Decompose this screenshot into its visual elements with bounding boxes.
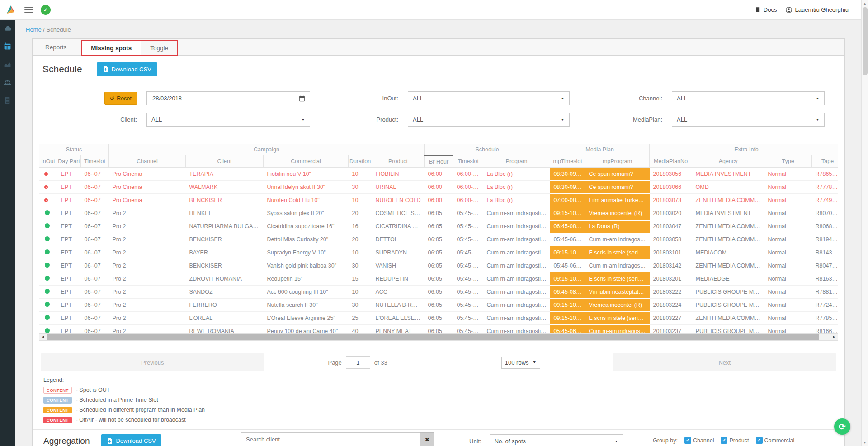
- vertical-scrollbar[interactable]: ▲ ▼: [861, 0, 868, 446]
- horizontal-scrollbar[interactable]: ◄ ►: [39, 333, 838, 341]
- date-input[interactable]: [151, 94, 299, 102]
- table-row[interactable]: EPT06--07Pro 2HENKELSyoss salon plex II …: [39, 207, 839, 220]
- column-header[interactable]: Duration: [349, 155, 372, 168]
- column-header[interactable]: Channel: [109, 155, 186, 168]
- cell-product: REDUPETIN: [372, 272, 425, 286]
- legend-item: CONTENT- OffAir - will not be scheduled …: [43, 415, 838, 425]
- cell-timeslot: 06--07: [81, 168, 109, 181]
- unit-select[interactable]: No. of spots ▼: [490, 434, 623, 446]
- docs-link[interactable]: Docs: [755, 6, 777, 13]
- table-row[interactable]: EPT06--07Pro 2BENCKISERDettol Miss Curio…: [39, 233, 839, 246]
- table-row[interactable]: EPT06--07Pro CinemaBENCKISERNurofen Cold…: [39, 194, 839, 207]
- rows-per-page-select[interactable]: 100 rows ▼: [501, 357, 540, 369]
- groupby-product[interactable]: ✓Product: [721, 437, 749, 444]
- scroll-down-icon[interactable]: ▼: [862, 439, 868, 446]
- reset-button[interactable]: ↺Reset: [104, 92, 137, 105]
- checkbox-checked-icon[interactable]: ✓: [721, 437, 727, 444]
- schedule-table: StatusCampaignScheduleMedia PlanExtra In…: [39, 144, 838, 333]
- scroll-up-icon[interactable]: ▲: [862, 0, 868, 7]
- column-header[interactable]: InOut: [39, 155, 57, 168]
- cell-type: Normal: [764, 207, 812, 220]
- table-row[interactable]: EPT06--07Pro CinemaTERAPIAFiobilin nou V…: [39, 168, 839, 181]
- column-header[interactable]: Tape: [812, 155, 838, 168]
- column-header[interactable]: Agency: [692, 155, 764, 168]
- client-select[interactable]: ALL▼: [146, 113, 310, 127]
- sidebar-item-reports[interactable]: [0, 92, 15, 110]
- groupby-channel[interactable]: ✓Channel: [684, 437, 714, 444]
- date-field[interactable]: [146, 91, 310, 105]
- user-menu[interactable]: Lauerntiu Gheorghiu: [786, 6, 849, 13]
- status-check-icon[interactable]: ✓: [41, 5, 51, 15]
- search-client-input[interactable]: [241, 432, 420, 446]
- next-page-button[interactable]: Next: [613, 353, 836, 371]
- column-header[interactable]: Timeslot: [81, 155, 109, 168]
- sidebar-item-schedule[interactable]: [0, 38, 15, 56]
- table-row[interactable]: EPT06--07Pro 2REWE ROMANIAPenny 100 de a…: [39, 325, 839, 334]
- cell-day_part: EPT: [57, 286, 81, 299]
- previous-page-button[interactable]: Previous: [41, 353, 264, 371]
- inout-select[interactable]: ALL▼: [408, 91, 570, 105]
- checkbox-checked-icon[interactable]: ✓: [756, 437, 763, 444]
- sidebar-item-dashboard[interactable]: [0, 20, 15, 38]
- menu-toggle-icon[interactable]: [24, 7, 33, 13]
- cell-mp_program: E scris in stele (serial) R: [585, 272, 650, 286]
- refresh-fab-button[interactable]: ⟳: [834, 418, 850, 435]
- table-row[interactable]: EPT06--07Pro 2BENCKISERVanish gold pink …: [39, 259, 839, 272]
- cell-duration: 40: [349, 325, 372, 334]
- groupby-commercial[interactable]: ✓Commercial: [756, 437, 795, 444]
- column-header[interactable]: mpProgram: [585, 155, 650, 168]
- column-header[interactable]: mpTimeslot: [550, 155, 585, 168]
- cell-mp_program: Vin iubiri neasteptate (R): [585, 286, 650, 299]
- checkbox-checked-icon[interactable]: ✓: [684, 437, 691, 444]
- chevron-down-icon: ▼: [301, 118, 305, 122]
- table-body: EPT06--07Pro CinemaTERAPIAFiobilin nou V…: [39, 168, 839, 334]
- vertical-scrollbar-thumb[interactable]: [863, 7, 868, 75]
- group-by-options: ✓Channel✓Product✓Commercial: [684, 437, 794, 444]
- clear-search-icon[interactable]: ✖: [420, 432, 434, 446]
- scroll-left-icon[interactable]: ◄: [39, 334, 47, 340]
- column-header[interactable]: Program: [483, 155, 550, 168]
- column-header[interactable]: Product: [372, 155, 425, 168]
- table-row[interactable]: EPT06--07Pro 2NATURPHARMA BULGARIACicatr…: [39, 220, 839, 233]
- breadcrumb-separator: /: [43, 26, 46, 33]
- filter-panel: ↺Reset InOut: ALL▼ Channel: ALL▼ Client:…: [39, 91, 838, 127]
- download-csv-button[interactable]: Download CSV: [97, 62, 157, 76]
- channel-select[interactable]: ALL▼: [672, 91, 825, 105]
- tab-toggle[interactable]: Toggle: [141, 41, 177, 55]
- cell-agency: MEDIAEDGE: [692, 272, 764, 286]
- aggregation-download-csv-button[interactable]: Download CSV: [101, 434, 161, 446]
- sidebar-item-charts[interactable]: [0, 56, 15, 74]
- product-select[interactable]: ALL▼: [408, 113, 570, 127]
- sidebar-item-users[interactable]: [0, 74, 15, 92]
- column-header[interactable]: Br Hour: [425, 155, 453, 168]
- column-header[interactable]: Type: [764, 155, 812, 168]
- tab-missing-spots[interactable]: Missing spots: [82, 41, 141, 55]
- cell-commercial: L'Oreal Elseve Arginine 25": [264, 312, 349, 325]
- column-header[interactable]: Client: [186, 155, 264, 168]
- page-number-input[interactable]: [346, 356, 370, 369]
- tab-reports[interactable]: Reports: [36, 39, 75, 55]
- column-header[interactable]: Commercial: [264, 155, 349, 168]
- horizontal-scrollbar-thumb[interactable]: [47, 334, 819, 340]
- cell-duration: 10: [349, 286, 372, 299]
- scroll-right-icon[interactable]: ►: [830, 334, 838, 340]
- table-row[interactable]: EPT06--07Pro CinemaWALMARKUrinal Idelyn …: [39, 181, 839, 194]
- table-row[interactable]: EPT06--07Pro 2BAYERSupradyn Energy V 10"…: [39, 246, 839, 259]
- cell-mp_program: Vremea inocentei (R): [585, 299, 650, 312]
- table-row[interactable]: EPT06--07Pro 2FERRERONutella search II 3…: [39, 299, 839, 312]
- column-header[interactable]: MediaPlanNo: [650, 155, 692, 168]
- cell-channel: Pro 2: [109, 286, 186, 299]
- table-row[interactable]: EPT06--07Pro 2ZDROVIT ROMANIARedupetin 1…: [39, 272, 839, 286]
- sidebar: [0, 20, 15, 446]
- cell-mediaplan_no: 201803056: [650, 168, 692, 181]
- table-row[interactable]: EPT06--07Pro 2L'OREALL'Oreal Elseve Argi…: [39, 312, 839, 325]
- legend-item: CONTENT- Spot is OUT: [43, 385, 838, 395]
- cell-day_part: EPT: [57, 312, 81, 325]
- breadcrumb-home-link[interactable]: Home: [26, 26, 42, 33]
- column-header[interactable]: Timeslot: [453, 155, 483, 168]
- cell-duration: 16: [349, 220, 372, 233]
- column-header[interactable]: Day Part: [57, 155, 81, 168]
- mediaplan-select[interactable]: ALL▼: [672, 113, 825, 127]
- table-header-row: InOutDay PartTimeslotChannelClientCommer…: [39, 155, 839, 168]
- table-row[interactable]: EPT06--07Pro 2SANDOZAcc 600 coughing III…: [39, 286, 839, 299]
